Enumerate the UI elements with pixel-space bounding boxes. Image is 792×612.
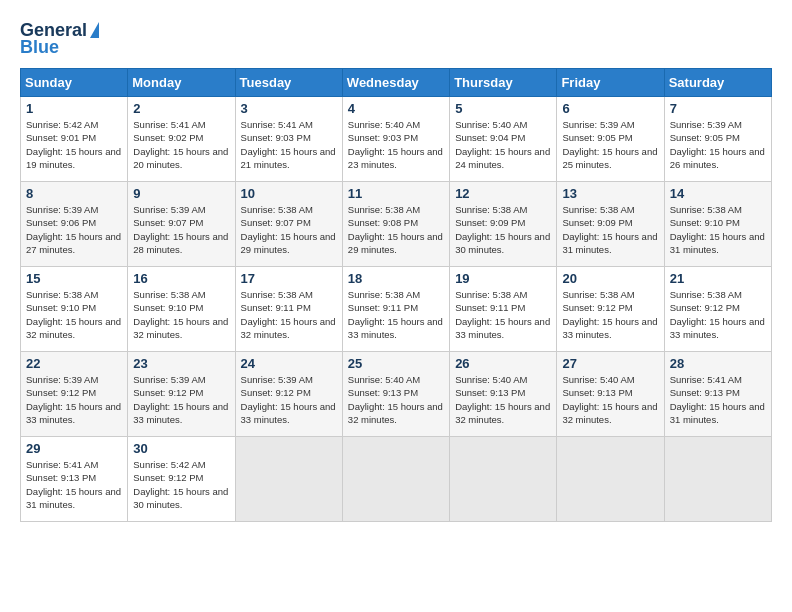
day-info: Sunrise: 5:38 AMSunset: 9:11 PMDaylight:… (455, 289, 550, 340)
calendar-cell: 8 Sunrise: 5:39 AMSunset: 9:06 PMDayligh… (21, 182, 128, 267)
day-header-friday: Friday (557, 69, 664, 97)
calendar-cell (664, 437, 771, 522)
day-number: 8 (26, 186, 122, 201)
calendar-cell: 11 Sunrise: 5:38 AMSunset: 9:08 PMDaylig… (342, 182, 449, 267)
calendar-cell (235, 437, 342, 522)
calendar-cell: 2 Sunrise: 5:41 AMSunset: 9:02 PMDayligh… (128, 97, 235, 182)
calendar-cell: 13 Sunrise: 5:38 AMSunset: 9:09 PMDaylig… (557, 182, 664, 267)
day-number: 3 (241, 101, 337, 116)
day-number: 24 (241, 356, 337, 371)
day-header-thursday: Thursday (450, 69, 557, 97)
calendar-cell: 5 Sunrise: 5:40 AMSunset: 9:04 PMDayligh… (450, 97, 557, 182)
day-number: 17 (241, 271, 337, 286)
calendar-cell: 27 Sunrise: 5:40 AMSunset: 9:13 PMDaylig… (557, 352, 664, 437)
calendar-week-5: 29 Sunrise: 5:41 AMSunset: 9:13 PMDaylig… (21, 437, 772, 522)
day-info: Sunrise: 5:41 AMSunset: 9:13 PMDaylight:… (670, 374, 765, 425)
day-number: 10 (241, 186, 337, 201)
day-info: Sunrise: 5:39 AMSunset: 9:05 PMDaylight:… (670, 119, 765, 170)
day-header-tuesday: Tuesday (235, 69, 342, 97)
day-number: 4 (348, 101, 444, 116)
day-info: Sunrise: 5:41 AMSunset: 9:13 PMDaylight:… (26, 459, 121, 510)
day-number: 27 (562, 356, 658, 371)
calendar-week-2: 8 Sunrise: 5:39 AMSunset: 9:06 PMDayligh… (21, 182, 772, 267)
day-number: 12 (455, 186, 551, 201)
day-info: Sunrise: 5:39 AMSunset: 9:12 PMDaylight:… (241, 374, 336, 425)
day-number: 15 (26, 271, 122, 286)
day-info: Sunrise: 5:38 AMSunset: 9:12 PMDaylight:… (562, 289, 657, 340)
day-header-monday: Monday (128, 69, 235, 97)
calendar-cell: 16 Sunrise: 5:38 AMSunset: 9:10 PMDaylig… (128, 267, 235, 352)
calendar-table: SundayMondayTuesdayWednesdayThursdayFrid… (20, 68, 772, 522)
logo-triangle (90, 22, 99, 38)
day-info: Sunrise: 5:41 AMSunset: 9:02 PMDaylight:… (133, 119, 228, 170)
day-number: 18 (348, 271, 444, 286)
day-number: 1 (26, 101, 122, 116)
calendar-cell: 17 Sunrise: 5:38 AMSunset: 9:11 PMDaylig… (235, 267, 342, 352)
calendar-cell: 12 Sunrise: 5:38 AMSunset: 9:09 PMDaylig… (450, 182, 557, 267)
day-info: Sunrise: 5:38 AMSunset: 9:08 PMDaylight:… (348, 204, 443, 255)
day-number: 26 (455, 356, 551, 371)
day-number: 22 (26, 356, 122, 371)
day-number: 30 (133, 441, 229, 456)
day-info: Sunrise: 5:38 AMSunset: 9:09 PMDaylight:… (455, 204, 550, 255)
day-number: 28 (670, 356, 766, 371)
day-info: Sunrise: 5:40 AMSunset: 9:04 PMDaylight:… (455, 119, 550, 170)
calendar-cell: 1 Sunrise: 5:42 AMSunset: 9:01 PMDayligh… (21, 97, 128, 182)
calendar-cell: 22 Sunrise: 5:39 AMSunset: 9:12 PMDaylig… (21, 352, 128, 437)
calendar-cell: 28 Sunrise: 5:41 AMSunset: 9:13 PMDaylig… (664, 352, 771, 437)
day-number: 7 (670, 101, 766, 116)
day-info: Sunrise: 5:38 AMSunset: 9:10 PMDaylight:… (133, 289, 228, 340)
calendar-cell: 20 Sunrise: 5:38 AMSunset: 9:12 PMDaylig… (557, 267, 664, 352)
calendar-cell: 15 Sunrise: 5:38 AMSunset: 9:10 PMDaylig… (21, 267, 128, 352)
calendar-cell (450, 437, 557, 522)
day-number: 25 (348, 356, 444, 371)
day-info: Sunrise: 5:39 AMSunset: 9:07 PMDaylight:… (133, 204, 228, 255)
day-header-wednesday: Wednesday (342, 69, 449, 97)
calendar-cell: 18 Sunrise: 5:38 AMSunset: 9:11 PMDaylig… (342, 267, 449, 352)
day-info: Sunrise: 5:39 AMSunset: 9:05 PMDaylight:… (562, 119, 657, 170)
day-number: 23 (133, 356, 229, 371)
calendar-week-4: 22 Sunrise: 5:39 AMSunset: 9:12 PMDaylig… (21, 352, 772, 437)
day-number: 14 (670, 186, 766, 201)
day-number: 9 (133, 186, 229, 201)
day-header-sunday: Sunday (21, 69, 128, 97)
calendar-cell (557, 437, 664, 522)
day-info: Sunrise: 5:38 AMSunset: 9:09 PMDaylight:… (562, 204, 657, 255)
day-number: 19 (455, 271, 551, 286)
day-info: Sunrise: 5:38 AMSunset: 9:10 PMDaylight:… (670, 204, 765, 255)
calendar-cell: 30 Sunrise: 5:42 AMSunset: 9:12 PMDaylig… (128, 437, 235, 522)
day-number: 11 (348, 186, 444, 201)
calendar-cell: 24 Sunrise: 5:39 AMSunset: 9:12 PMDaylig… (235, 352, 342, 437)
day-info: Sunrise: 5:38 AMSunset: 9:07 PMDaylight:… (241, 204, 336, 255)
day-info: Sunrise: 5:39 AMSunset: 9:12 PMDaylight:… (26, 374, 121, 425)
day-number: 21 (670, 271, 766, 286)
calendar-cell: 21 Sunrise: 5:38 AMSunset: 9:12 PMDaylig… (664, 267, 771, 352)
calendar-week-1: 1 Sunrise: 5:42 AMSunset: 9:01 PMDayligh… (21, 97, 772, 182)
calendar-header-row: SundayMondayTuesdayWednesdayThursdayFrid… (21, 69, 772, 97)
day-info: Sunrise: 5:38 AMSunset: 9:11 PMDaylight:… (241, 289, 336, 340)
day-header-saturday: Saturday (664, 69, 771, 97)
day-number: 5 (455, 101, 551, 116)
calendar-week-3: 15 Sunrise: 5:38 AMSunset: 9:10 PMDaylig… (21, 267, 772, 352)
calendar-cell: 3 Sunrise: 5:41 AMSunset: 9:03 PMDayligh… (235, 97, 342, 182)
calendar-body: 1 Sunrise: 5:42 AMSunset: 9:01 PMDayligh… (21, 97, 772, 522)
day-number: 20 (562, 271, 658, 286)
calendar-cell: 19 Sunrise: 5:38 AMSunset: 9:11 PMDaylig… (450, 267, 557, 352)
calendar-cell: 26 Sunrise: 5:40 AMSunset: 9:13 PMDaylig… (450, 352, 557, 437)
calendar-cell: 7 Sunrise: 5:39 AMSunset: 9:05 PMDayligh… (664, 97, 771, 182)
day-info: Sunrise: 5:39 AMSunset: 9:06 PMDaylight:… (26, 204, 121, 255)
day-info: Sunrise: 5:38 AMSunset: 9:10 PMDaylight:… (26, 289, 121, 340)
day-info: Sunrise: 5:40 AMSunset: 9:13 PMDaylight:… (455, 374, 550, 425)
logo-blue: Blue (20, 37, 59, 58)
calendar-cell: 4 Sunrise: 5:40 AMSunset: 9:03 PMDayligh… (342, 97, 449, 182)
day-number: 2 (133, 101, 229, 116)
day-info: Sunrise: 5:38 AMSunset: 9:12 PMDaylight:… (670, 289, 765, 340)
page-header: General Blue (20, 20, 772, 58)
calendar-cell: 29 Sunrise: 5:41 AMSunset: 9:13 PMDaylig… (21, 437, 128, 522)
day-info: Sunrise: 5:40 AMSunset: 9:03 PMDaylight:… (348, 119, 443, 170)
logo: General Blue (20, 20, 99, 58)
calendar-cell: 25 Sunrise: 5:40 AMSunset: 9:13 PMDaylig… (342, 352, 449, 437)
calendar-cell: 9 Sunrise: 5:39 AMSunset: 9:07 PMDayligh… (128, 182, 235, 267)
calendar-cell: 6 Sunrise: 5:39 AMSunset: 9:05 PMDayligh… (557, 97, 664, 182)
day-info: Sunrise: 5:40 AMSunset: 9:13 PMDaylight:… (562, 374, 657, 425)
